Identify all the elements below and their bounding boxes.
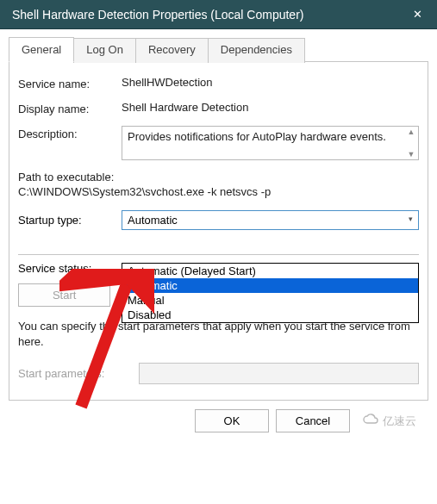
description-box: Provides notifications for AutoPlay hard… [122, 126, 419, 160]
tab-dependencies[interactable]: Dependencies [208, 38, 305, 63]
row-start-parameters: Start parameters: [18, 363, 419, 384]
display-name-label: Display name: [18, 101, 122, 115]
option-automatic[interactable]: Automatic [122, 278, 418, 293]
start-button: Start [18, 283, 110, 307]
row-path: Path to executable: C:\WINDOWS\System32\… [18, 171, 419, 198]
tab-general[interactable]: General [9, 37, 74, 62]
chevron-down-icon: ▾ [409, 215, 413, 223]
startup-type-selected: Automatic [128, 214, 178, 227]
tab-recovery[interactable]: Recovery [135, 38, 209, 63]
description-scrollbar[interactable]: ▲ ▼ [405, 128, 417, 159]
startup-type-label: Startup type: [18, 214, 122, 227]
titlebar: Shell Hardware Detection Properties (Loc… [0, 0, 437, 29]
row-service-name: Service name: ShellHWDetection [18, 76, 419, 90]
cloud-icon [362, 414, 379, 428]
option-disabled[interactable]: Disabled [122, 308, 418, 322]
close-icon[interactable]: ✕ [397, 0, 437, 29]
tab-log-on[interactable]: Log On [73, 38, 136, 63]
description-text: Provides notifications for AutoPlay hard… [128, 130, 386, 143]
window-title: Shell Hardware Detection Properties (Loc… [12, 8, 397, 22]
path-value: C:\WINDOWS\System32\svchost.exe -k netsv… [18, 185, 419, 198]
cancel-button[interactable]: Cancel [276, 409, 350, 432]
startup-type-combo[interactable]: Automatic ▾ [122, 210, 419, 230]
start-parameters-input [139, 363, 419, 384]
row-description: Description: Provides notifications for … [18, 126, 419, 160]
separator [18, 254, 419, 255]
service-status-label: Service status: [18, 262, 122, 275]
service-name-label: Service name: [18, 76, 122, 90]
description-label: Description: [18, 126, 122, 140]
dialog-footer: OK Cancel 亿速云 [9, 401, 428, 441]
row-display-name: Display name: Shell Hardware Detection [18, 101, 419, 115]
path-label: Path to executable: [18, 171, 419, 184]
tab-panel-general: Service name: ShellHWDetection Display n… [9, 62, 428, 401]
tab-strip: General Log On Recovery Dependencies [9, 36, 428, 62]
display-name-value: Shell Hardware Detection [122, 101, 419, 114]
row-startup-type: Startup type: Automatic ▾ [18, 210, 419, 230]
content-area: General Log On Recovery Dependencies Ser… [0, 29, 437, 441]
scroll-down-icon[interactable]: ▼ [408, 150, 415, 159]
watermark-text: 亿速云 [383, 414, 416, 429]
start-parameters-label: Start parameters: [18, 367, 139, 380]
option-manual[interactable]: Manual [122, 293, 418, 308]
scroll-up-icon[interactable]: ▲ [408, 128, 415, 136]
option-automatic-delayed[interactable]: Automatic (Delayed Start) [122, 264, 418, 278]
start-params-hint: You can specify the start parameters tha… [18, 319, 419, 349]
ok-button[interactable]: OK [195, 409, 269, 432]
startup-type-dropdown[interactable]: Automatic (Delayed Start) Automatic Manu… [122, 263, 419, 323]
watermark: 亿速云 [362, 414, 416, 429]
service-name-value: ShellHWDetection [122, 76, 419, 89]
